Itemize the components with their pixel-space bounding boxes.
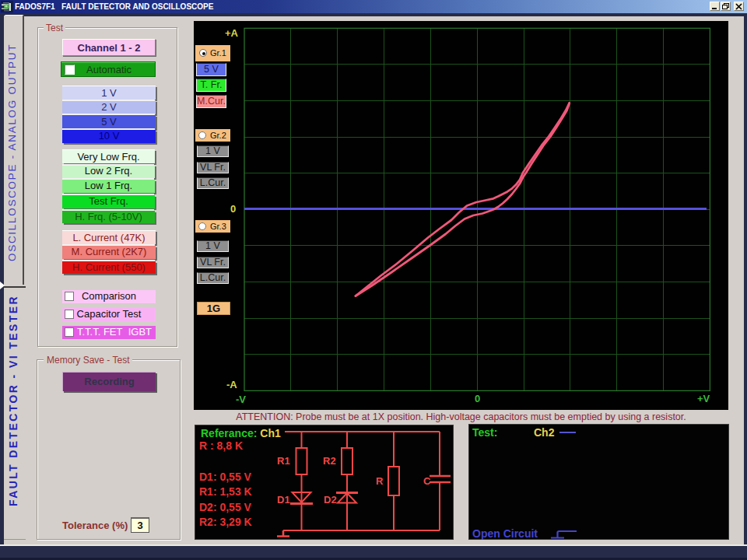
svg-text:R1: R1 bbox=[277, 455, 290, 467]
svg-text:D1: D1 bbox=[277, 494, 290, 506]
svg-text:R: R bbox=[376, 475, 384, 487]
svg-text:D2: D2 bbox=[324, 494, 337, 506]
svg-text:C: C bbox=[423, 475, 431, 487]
svg-text:R2: R2 bbox=[323, 455, 336, 467]
